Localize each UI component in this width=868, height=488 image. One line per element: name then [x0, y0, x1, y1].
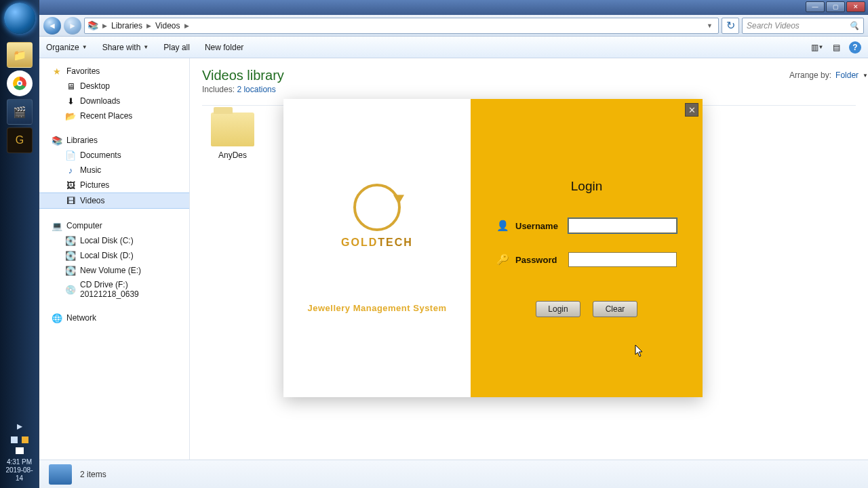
- videos-icon: 🎞: [65, 195, 76, 206]
- computer-icon: 💻: [52, 220, 62, 231]
- nav-downloads[interactable]: ⬇Downloads: [39, 94, 189, 108]
- nav-disk-d[interactable]: 💽Local Disk (D:): [39, 248, 189, 263]
- breadcrumb-videos[interactable]: Videos: [155, 21, 180, 30]
- maximize-button[interactable]: ▢: [826, 1, 845, 12]
- address-bar: ◄ ► 📚 ▶ Libraries ▶ Videos ▶ ▼ ↻ Search …: [39, 15, 868, 37]
- login-brand-panel: GOLDTECH Jewellery Management System: [283, 99, 471, 397]
- folder-item-anydes[interactable]: AnyDes: [202, 113, 263, 160]
- disk-icon: 💽: [65, 265, 76, 276]
- user-icon: 👤: [496, 220, 509, 232]
- minimize-button[interactable]: —: [806, 1, 825, 12]
- share-with-menu[interactable]: Share with▼: [102, 43, 149, 52]
- tray-icon[interactable]: [11, 436, 18, 443]
- goldtech-logo: [353, 184, 401, 231]
- play-all-button[interactable]: Play all: [163, 43, 190, 52]
- nav-network[interactable]: 🌐Network: [39, 310, 189, 325]
- star-icon: ★: [52, 66, 62, 77]
- libraries-icon: 📚: [52, 135, 62, 146]
- nav-desktop[interactable]: 🖥Desktop: [39, 79, 189, 94]
- new-folder-button[interactable]: New folder: [205, 43, 243, 52]
- nav-computer[interactable]: 💻Computer: [39, 218, 189, 233]
- taskbar-goldtech-icon[interactable]: G: [7, 127, 33, 153]
- login-button[interactable]: Login: [536, 301, 580, 317]
- taskbar: 📁 🎬 G ▸ 4:31 PM 2019-08-14: [0, 0, 39, 488]
- nav-favorites[interactable]: ★Favorites: [39, 64, 189, 79]
- disk-icon: 💽: [65, 235, 76, 246]
- taskbar-explorer-icon[interactable]: 📁: [7, 42, 33, 68]
- nav-back-button[interactable]: ◄: [43, 17, 61, 35]
- folder-icon: [211, 113, 254, 146]
- chevron-down-icon: ▼: [82, 44, 87, 50]
- login-dialog: GOLDTECH Jewellery Management System ✕ L…: [283, 99, 703, 397]
- password-label: Password: [515, 255, 561, 265]
- login-form-panel: ✕ Login 👤 Username 🔑 Password Login Clea…: [471, 99, 703, 397]
- taskbar-chrome-icon[interactable]: [7, 70, 33, 96]
- nav-documents[interactable]: 📄Documents: [39, 148, 189, 163]
- search-icon: 🔍: [849, 21, 859, 30]
- disk-icon: 💽: [65, 250, 76, 261]
- system-tray[interactable]: ▸ 4:31 PM 2019-08-14: [3, 420, 36, 483]
- nav-disk-e[interactable]: 💽New Volume (E:): [39, 263, 189, 278]
- navigation-pane: ★Favorites 🖥Desktop ⬇Downloads 📂Recent P…: [39, 58, 190, 460]
- username-label: Username: [515, 221, 561, 231]
- search-box[interactable]: Search Videos 🔍: [742, 18, 864, 34]
- refresh-icon: ↻: [726, 19, 735, 32]
- pictures-icon: 🖼: [65, 180, 76, 190]
- chevron-down-icon: ▼: [863, 73, 868, 79]
- tray-time[interactable]: 4:31 PM: [3, 458, 36, 466]
- documents-icon: 📄: [65, 150, 76, 161]
- library-subtitle: Includes: 2 locations: [202, 85, 856, 94]
- recent-icon: 📂: [65, 110, 76, 121]
- chevron-right-icon: ▶: [182, 22, 192, 29]
- downloads-icon: ⬇: [65, 96, 76, 106]
- password-input[interactable]: [568, 252, 677, 267]
- library-icon: 📚: [87, 20, 98, 31]
- nav-videos[interactable]: 🎞Videos: [39, 192, 189, 209]
- refresh-button[interactable]: ↻: [722, 18, 739, 34]
- chevron-down-icon: ▼: [143, 44, 149, 50]
- tray-flag-icon[interactable]: [16, 447, 24, 454]
- clear-button[interactable]: Clear: [593, 301, 637, 317]
- nav-forward-button[interactable]: ►: [64, 17, 81, 35]
- chevron-right-icon: ▶: [100, 22, 110, 29]
- search-placeholder: Search Videos: [747, 21, 800, 30]
- nav-pictures[interactable]: 🖼Pictures: [39, 178, 189, 192]
- tray-icon[interactable]: [22, 436, 28, 443]
- organize-menu[interactable]: Organize▼: [46, 43, 87, 52]
- start-orb[interactable]: [4, 3, 35, 34]
- login-title: Login: [484, 179, 689, 194]
- view-options-button[interactable]: ▥ ▼: [811, 41, 823, 54]
- network-icon: 🌐: [52, 312, 62, 323]
- folder-label: AnyDes: [202, 150, 263, 160]
- help-button[interactable]: ?: [849, 41, 861, 54]
- outer-window-titlebar: — ▢ ✕: [0, 0, 868, 15]
- dropdown-icon[interactable]: ▼: [704, 22, 715, 29]
- status-bar: 2 items: [39, 460, 868, 488]
- taskbar-video-icon[interactable]: 🎬: [7, 99, 33, 125]
- toolbar: Organize▼ Share with▼ Play all New folde…: [39, 37, 868, 58]
- nav-disk-c[interactable]: 💽Local Disk (C:): [39, 233, 189, 248]
- username-input[interactable]: [568, 218, 677, 233]
- nav-libraries[interactable]: 📚Libraries: [39, 133, 189, 148]
- close-button[interactable]: ✕: [846, 1, 865, 12]
- locations-link[interactable]: 2 locations: [237, 85, 275, 94]
- breadcrumb-root[interactable]: Libraries: [111, 21, 142, 30]
- dialog-close-button[interactable]: ✕: [685, 103, 698, 117]
- tagline: Jewellery Management System: [308, 303, 447, 313]
- cd-icon: 💿: [65, 284, 76, 295]
- tray-date[interactable]: 2019-08-14: [3, 466, 36, 483]
- status-count: 2 items: [80, 470, 106, 479]
- brand-name: GOLDTECH: [341, 237, 413, 249]
- key-icon: 🔑: [496, 253, 509, 266]
- desktop-icon: 🖥: [65, 81, 76, 92]
- status-thumb-icon: [49, 464, 72, 485]
- nav-cd-drive[interactable]: 💿CD Drive (F:) 20121218_0639: [39, 278, 189, 301]
- arrange-by[interactable]: Arrange by: Folder ▼: [789, 70, 868, 80]
- nav-music[interactable]: ♪Music: [39, 163, 189, 178]
- preview-pane-button[interactable]: ▤: [830, 41, 842, 54]
- breadcrumb[interactable]: 📚 ▶ Libraries ▶ Videos ▶ ▼: [84, 18, 719, 34]
- music-icon: ♪: [65, 165, 76, 176]
- chevron-right-icon: ▶: [144, 22, 154, 29]
- nav-recent-places[interactable]: 📂Recent Places: [39, 108, 189, 123]
- library-title: Videos library: [202, 68, 856, 83]
